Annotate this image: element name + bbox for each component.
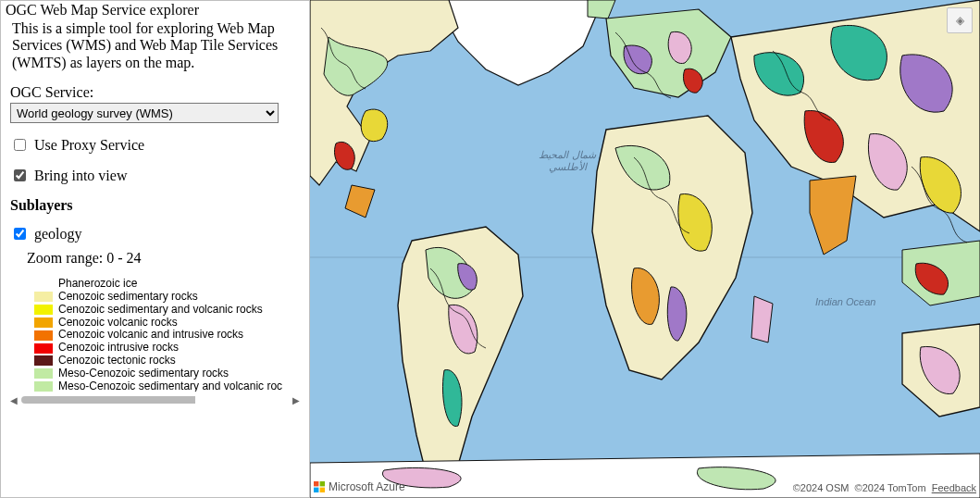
- attribution-right: ©2024 OSM ©2024 TomTom Feedback: [793, 482, 976, 493]
- map-canvas[interactable]: شمال المحيطالأطلسي Indian Ocean ◈ Micros…: [310, 0, 980, 498]
- label-north-atlantic: شمال المحيطالأطلسي: [530, 149, 604, 173]
- svg-rect-3: [320, 481, 325, 486]
- sublayer-name: geology: [34, 226, 82, 243]
- sublayer-checkbox[interactable]: [14, 228, 26, 240]
- attribution-left-text: Microsoft Azure: [329, 480, 405, 493]
- scroll-left-icon[interactable]: ◀: [10, 395, 18, 405]
- map-svg: [310, 0, 980, 498]
- bring-into-view-row: Bring into view: [10, 167, 300, 184]
- sublayers-scroll[interactable]: geology Zoom range: 0 - 24 Phanerozoic i…: [10, 225, 300, 392]
- use-proxy-checkbox[interactable]: [14, 139, 26, 151]
- legend-swatch: [34, 317, 53, 328]
- legend-swatch: [34, 305, 53, 315]
- legend-swatch: [34, 330, 53, 341]
- legend-item: Cenozoic sedimentary rocks: [34, 291, 298, 304]
- horizontal-scrollbar[interactable]: ◀ ▶: [10, 395, 300, 405]
- sidebar-panel: OGC Web Map Service explorer This is a s…: [0, 0, 310, 498]
- attribution-left: Microsoft Azure: [314, 480, 405, 493]
- legend-label: Phanerozoic ice: [58, 278, 137, 291]
- bring-into-view-checkbox[interactable]: [14, 169, 26, 181]
- legend-label: Cenozoic volcanic and intrusive rocks: [58, 329, 243, 342]
- legend-item: Cenozoic volcanic rocks: [34, 317, 298, 330]
- microsoft-logo-icon: [314, 481, 325, 492]
- svg-rect-2: [314, 481, 318, 486]
- zoom-range-text: Zoom range: 0 - 24: [27, 250, 298, 267]
- scrollbar-track[interactable]: [21, 396, 289, 404]
- attr-tomtom: ©2024 TomTom: [855, 482, 926, 493]
- scroll-right-icon[interactable]: ▶: [292, 395, 300, 405]
- attr-osm: ©2024 OSM: [793, 482, 850, 493]
- svg-rect-5: [320, 488, 325, 492]
- legend-item: Cenozoic tectonic rocks: [34, 355, 298, 367]
- cube-icon: ◈: [956, 14, 964, 28]
- legend-list: Phanerozoic iceCenozoic sedimentary rock…: [34, 278, 298, 392]
- legend-item: Cenozoic intrusive rocks: [34, 342, 298, 355]
- legend-label: Cenozoic intrusive rocks: [58, 342, 179, 355]
- legend-swatch: [34, 280, 53, 290]
- legend-swatch: [34, 292, 53, 302]
- legend-swatch: [34, 355, 53, 366]
- legend-swatch: [34, 368, 53, 379]
- svg-rect-4: [314, 488, 318, 492]
- legend-label: Cenozoic sedimentary and volcanic rocks: [58, 304, 263, 317]
- legend-item: Meso-Cenozoic sedimentary rocks: [34, 367, 298, 380]
- sublayers-heading: Sublayers: [10, 197, 300, 214]
- legend-label: Cenozoic tectonic rocks: [58, 355, 176, 367]
- use-proxy-label: Use Proxy Service: [34, 137, 144, 154]
- legend-item: Meso-Cenozoic sedimentary and volcanic r…: [34, 380, 298, 392]
- legend-label: Cenozoic volcanic rocks: [58, 317, 178, 330]
- sublayer-row: geology: [10, 225, 298, 243]
- legend-label: Cenozoic sedimentary rocks: [58, 291, 198, 304]
- legend-swatch: [34, 343, 53, 354]
- bring-into-view-label: Bring into view: [34, 168, 127, 184]
- map-style-button[interactable]: ◈: [947, 7, 973, 33]
- panel-title: OGC Web Map Service explorer: [6, 2, 300, 19]
- legend-item: Cenozoic sedimentary and volcanic rocks: [34, 304, 298, 317]
- feedback-link[interactable]: Feedback: [932, 482, 976, 493]
- ogc-service-label: OGC Service:: [10, 84, 300, 101]
- ogc-service-select[interactable]: World geology survey (WMS): [10, 103, 279, 123]
- use-proxy-row: Use Proxy Service: [10, 136, 300, 154]
- legend-swatch: [34, 381, 53, 392]
- label-indian-ocean: Indian Ocean: [815, 296, 875, 307]
- legend-item: Phanerozoic ice: [34, 278, 298, 291]
- legend-label: Meso-Cenozoic sedimentary and volcanic r…: [58, 380, 282, 392]
- legend-item: Cenozoic volcanic and intrusive rocks: [34, 329, 298, 342]
- panel-description: This is a simple tool for exploring Web …: [12, 20, 300, 71]
- legend-label: Meso-Cenozoic sedimentary rocks: [58, 367, 229, 380]
